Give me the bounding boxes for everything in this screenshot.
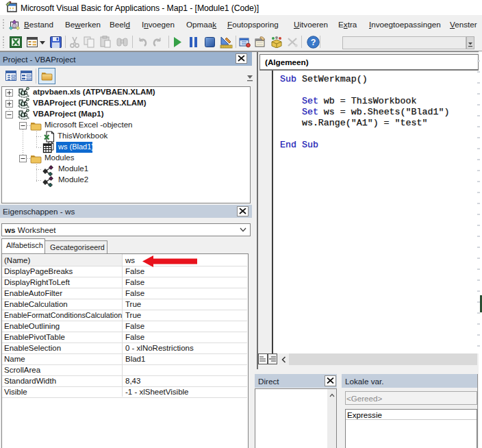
svg-text:?: ? <box>311 38 316 47</box>
